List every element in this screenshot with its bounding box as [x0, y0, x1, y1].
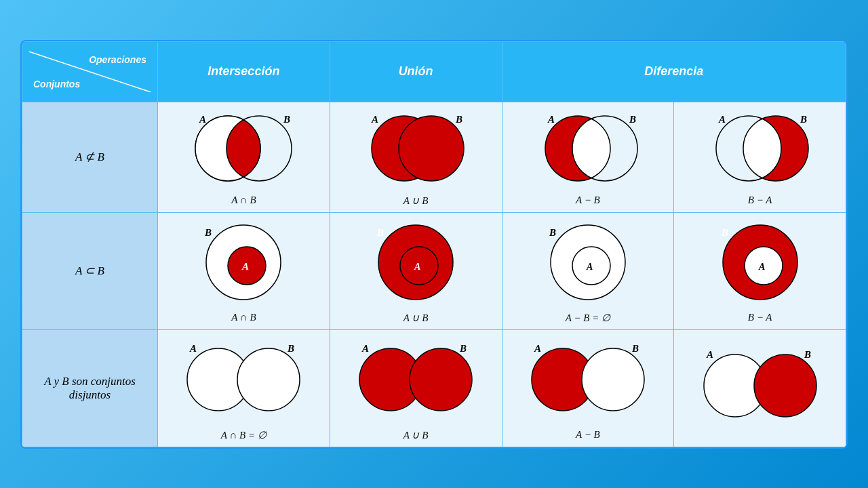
row3-label: A y B son conjuntos disjuntos [22, 329, 158, 447]
row2-diff-a: B A A − B = ∅ [502, 212, 674, 329]
row3-diff-a: A B A − B [502, 329, 674, 447]
svg-text:B: B [721, 227, 728, 238]
row3-union: A B A ∪ B [330, 329, 502, 447]
svg-text:A: A [758, 262, 765, 272]
row3-diff-a-label: A − B [505, 429, 671, 441]
row1-interseccion: A B A ∩ B [158, 102, 330, 212]
svg-text:B: B [549, 227, 556, 238]
header-conjuntos: Conjuntos [33, 79, 80, 89]
header-operaciones: Operaciones [89, 54, 146, 65]
row2-diff-a-label: A − B = ∅ [505, 312, 671, 324]
row2-union: B A A ∪ B [330, 212, 502, 329]
main-table-wrapper: Operaciones Conjuntos Intersección Unión… [20, 40, 848, 449]
svg-point-51 [410, 348, 472, 411]
row1-diff-b-label: B − A [677, 195, 843, 206]
svg-text:A: A [706, 349, 713, 360]
row3-union-label: A ∪ B [333, 429, 499, 441]
row1-union-label: A ∪ B [333, 195, 499, 207]
svg-text:A: A [586, 262, 593, 272]
row1-union: A B A ∪ B [330, 102, 502, 212]
row2-label: A ⊂ B [22, 212, 158, 329]
svg-point-55 [582, 348, 644, 411]
svg-text:B: B [287, 343, 294, 354]
svg-text:A: A [718, 114, 726, 125]
svg-text:B: B [459, 343, 467, 354]
svg-text:A: A [241, 261, 249, 272]
svg-text:B: B [455, 114, 462, 125]
row2-diff-b: B A B − A [674, 212, 846, 329]
svg-text:B: B [629, 114, 636, 125]
row2-interseccion: B A A ∩ B [158, 212, 330, 329]
svg-text:B: B [800, 114, 807, 125]
svg-text:A: A [534, 343, 541, 354]
svg-text:A: A [199, 114, 206, 125]
header-ops-conjuntos: Operaciones Conjuntos [22, 41, 158, 102]
svg-point-47 [237, 348, 300, 411]
row2-diff-b-label: B − A [677, 312, 843, 323]
svg-text:A: A [361, 343, 369, 354]
row2-union-label: A ∪ B [333, 312, 499, 324]
svg-text:A: A [189, 343, 197, 354]
svg-point-12 [399, 116, 464, 181]
row3-interseccion-label: A ∩ B = ∅ [161, 429, 327, 441]
row3-diff-b: A B [674, 329, 846, 447]
svg-text:B: B [283, 114, 290, 125]
header-interseccion: Intersección [158, 41, 330, 102]
row1-interseccion-label: A ∩ B [161, 195, 327, 206]
row1-diff-a: A B A − B [502, 102, 674, 212]
svg-text:A: A [547, 114, 555, 125]
svg-text:A: A [371, 114, 378, 125]
svg-point-59 [754, 354, 816, 417]
header-union: Unión [330, 41, 502, 102]
svg-text:B: B [204, 227, 212, 238]
header-diferencia: Diferencia [502, 41, 846, 102]
svg-text:A: A [414, 262, 420, 272]
row1-diff-a-label: A − B [505, 195, 671, 206]
row3-interseccion: A B A ∩ B = ∅ [158, 329, 330, 447]
row1-label: A ⊄ B [22, 102, 158, 212]
row1-diff-b: A B B − A [674, 102, 846, 212]
svg-text:B: B [804, 349, 811, 360]
svg-text:B: B [631, 343, 639, 354]
row2-interseccion-label: A ∩ B [161, 312, 327, 323]
svg-text:B: B [376, 227, 384, 238]
